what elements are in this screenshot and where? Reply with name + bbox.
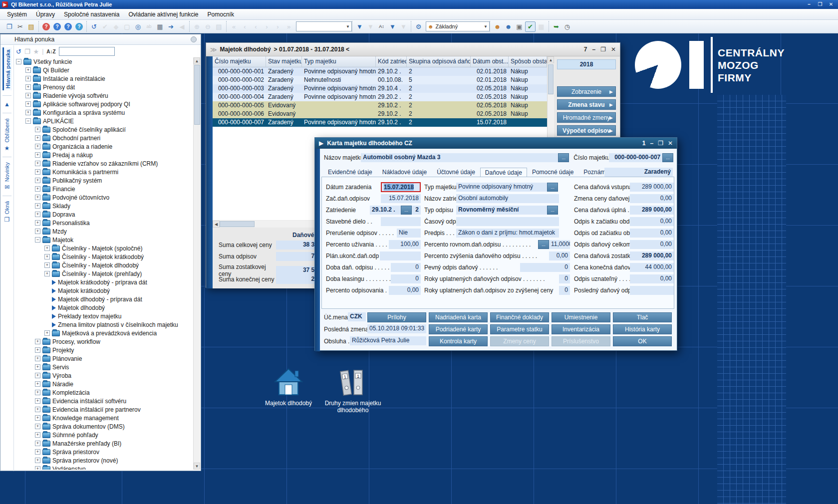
tree-item[interactable]: +Súhrnné pohľady	[14, 431, 195, 439]
form-field[interactable]: 0,00	[389, 286, 421, 295]
asset-name-lookup-button[interactable]: ...	[558, 153, 569, 162]
expand-icon[interactable]: +	[35, 373, 40, 378]
form-field[interactable]: 0	[391, 263, 421, 272]
operator-field[interactable]: Růžičková Petra Julie	[350, 336, 426, 345]
expand-icon[interactable]: +	[25, 93, 31, 98]
expand-icon[interactable]: +	[35, 449, 40, 455]
user-help-icon[interactable]: ?	[74, 21, 84, 32]
scroll-thumb[interactable]	[194, 65, 200, 125]
column-header-0[interactable]: Číslo majetku	[213, 56, 266, 67]
table-row[interactable]: 000-000-000-004ZaradenýPovinne odpisovan…	[213, 93, 547, 101]
scroll-up-icon[interactable]: ▲	[548, 56, 554, 63]
lookup-button[interactable]: ...	[547, 183, 558, 192]
asset-minimize-icon[interactable]: –	[592, 46, 595, 53]
tab--tovn-daje[interactable]: Účtovné údaje	[432, 167, 480, 177]
tree-item[interactable]: +Správa priestorov (nové)	[14, 456, 195, 465]
tree-item[interactable]: +Spoločné číselníky aplikácií	[14, 125, 195, 134]
profile-combobox[interactable]: ☻Základný▼	[426, 21, 490, 31]
tree-item[interactable]: Majetok dlhodobý - príprava dát	[14, 295, 195, 303]
export-icon[interactable]: ➔	[166, 21, 176, 32]
expand-icon[interactable]: +	[35, 356, 40, 361]
expand-icon[interactable]: +	[35, 186, 40, 192]
expand-icon[interactable]: +	[35, 407, 40, 412]
form-field[interactable]	[456, 217, 559, 226]
column-header-3[interactable]: Kód zatried...	[376, 56, 407, 67]
tree-item[interactable]: +Plánovanie	[14, 354, 195, 363]
tree-item[interactable]: +Správa dokumentov (DMS)	[14, 422, 195, 431]
table-row[interactable]: 000-000-000-007ZaradenýPovinne odpisovan…	[213, 118, 547, 127]
expand-icon[interactable]: +	[44, 330, 50, 336]
tree-item[interactable]: −Majetok	[14, 236, 195, 244]
form-help-icon[interactable]: ?	[52, 21, 62, 32]
filter-edit-icon[interactable]: ▼	[387, 21, 398, 32]
column-header-2[interactable]: Typ majetku	[302, 56, 376, 67]
asset-window-titlebar[interactable]: ≫ Majetok dlhodobý > 01.07.2018 - 31.07.…	[206, 43, 620, 56]
table-row[interactable]: 000-000-000-001ZaradenýPovinne odpisovan…	[213, 67, 547, 76]
footer-button-pr-lohy[interactable]: Prílohy	[367, 312, 426, 322]
tab-da-ov-daje[interactable]: Daňové údaje	[480, 168, 527, 177]
table-row[interactable]: 000-000-000-003ZaradenýPovinne odpisovan…	[213, 84, 547, 93]
asset-close-icon[interactable]: ✕	[611, 46, 616, 53]
tree-item[interactable]: −APLIKÁCIE	[14, 117, 195, 125]
tree-item[interactable]: +Konfigurácia a správa systému	[14, 108, 195, 117]
scroll-thumb[interactable]	[220, 221, 255, 227]
menu-search-input[interactable]	[59, 47, 115, 56]
expand-icon[interactable]: +	[35, 212, 40, 217]
sidebar-tab-Novinky[interactable]: Novinky✉	[4, 162, 10, 191]
expand-icon[interactable]: +	[25, 67, 31, 73]
tree-item[interactable]: +Doprava	[14, 210, 195, 219]
collapse-icon[interactable]: −	[25, 118, 31, 124]
scroll-up-icon[interactable]: ▲	[194, 57, 200, 64]
house-icon[interactable]	[273, 367, 304, 397]
tree-item[interactable]: −Všetky funkcie	[14, 57, 195, 66]
year-button[interactable]: 2018	[557, 59, 616, 69]
expand-icon[interactable]: +	[35, 347, 40, 353]
settings-gear-icon[interactable]: ⚙	[413, 21, 424, 32]
asset-number-field[interactable]: 000-000-000-007	[609, 153, 662, 162]
footer-button-podriaden-karty[interactable]: Podriadené karty	[429, 324, 488, 334]
form-field[interactable]: Nie	[397, 229, 421, 238]
column-header-1[interactable]: Stav majetku	[266, 56, 302, 67]
form-field[interactable]: 11,0000	[549, 240, 570, 249]
expand-icon[interactable]: +	[35, 390, 40, 395]
column-header-6[interactable]: Spôsob obstarania	[509, 56, 547, 67]
expand-icon[interactable]: +	[44, 246, 50, 251]
collapse-icon[interactable]: −	[35, 237, 40, 243]
footer-button-hist-ria-karty[interactable]: História karty	[613, 324, 672, 334]
expand-icon[interactable]: +	[35, 415, 40, 421]
dialog-maximize-icon[interactable]: ❐	[658, 140, 663, 147]
chevron-down-icon[interactable]: ▼	[346, 24, 350, 29]
menu-item-4[interactable]: Pomocník	[204, 10, 238, 19]
expand-icon[interactable]: +	[35, 339, 40, 344]
footer-button-parametre-statku[interactable]: Parametre statku	[490, 324, 549, 334]
form-field[interactable]: 0	[391, 274, 421, 283]
expand-icon[interactable]: +	[35, 135, 40, 141]
scroll-thumb[interactable]	[548, 64, 554, 94]
tree-item[interactable]: +Riadenie vývoja softvéru	[14, 91, 195, 100]
expand-icon[interactable]: +	[35, 432, 40, 438]
tree-item[interactable]: +Inštalácie a reinštalácie	[14, 74, 195, 83]
sort-az-icon[interactable]: A↕	[376, 21, 387, 32]
form-field[interactable]: 0,00	[630, 274, 674, 283]
binders-icon[interactable]: 1 1	[337, 367, 369, 397]
expand-icon[interactable]: +	[35, 195, 40, 200]
desktop-icon-druhy-zmien[interactable]: 1 1 Druhy zmien majetku dlhodobého	[320, 367, 385, 414]
sidebar-tab-Obľúbené[interactable]: Obľúbené★	[4, 118, 10, 151]
tree-item[interactable]: +Organizácia a riadenie	[14, 142, 195, 151]
sidebar-tab-arrow[interactable]: ▲	[4, 101, 10, 108]
app-minimize-icon[interactable]: –	[804, 1, 814, 8]
tree-item[interactable]: +Číselníky - Majetok dlhodobý	[14, 261, 195, 269]
menu-item-3[interactable]: Ovládanie aktívnej funkcie	[124, 10, 202, 19]
favorite-star-icon[interactable]: ★	[33, 48, 39, 55]
stopwatch-icon[interactable]: ◷	[562, 21, 572, 32]
footer-button-nadriaden-karta[interactable]: Nadriadená karta	[429, 312, 488, 322]
tree-item[interactable]: +Náradie	[14, 380, 195, 388]
footer-button-inventariz-cia[interactable]: Inventarizácia	[552, 324, 610, 334]
form-field[interactable]: 289 000,00	[630, 252, 674, 260]
form-field[interactable]: 0,00	[630, 240, 674, 249]
column-header-5[interactable]: Dátum obst...	[471, 56, 509, 67]
asset-maximize-icon[interactable]: ❐	[600, 46, 606, 53]
expand-icon[interactable]: +	[35, 161, 40, 166]
expand-icon[interactable]: +	[44, 254, 50, 259]
expand-icon[interactable]: +	[35, 220, 40, 226]
